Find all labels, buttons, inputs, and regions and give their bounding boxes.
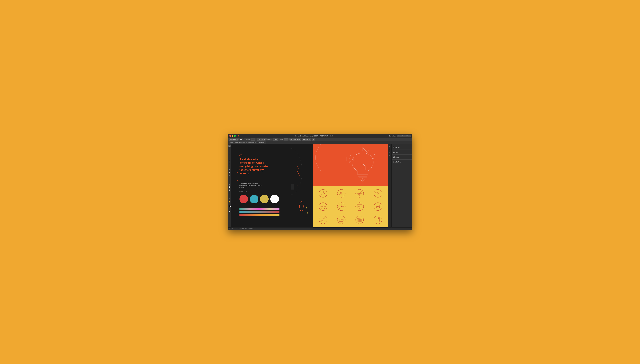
svg-point-11 <box>376 157 376 157</box>
essentials-label[interactable]: Essentials <box>389 135 396 137</box>
svg-line-31 <box>378 194 380 196</box>
svg-line-2 <box>363 148 367 152</box>
circle-teal <box>250 195 258 204</box>
icon-printer <box>333 214 350 226</box>
svg-line-0 <box>359 148 363 152</box>
canvas-area: i A collaborative environment where ever… <box>232 144 388 228</box>
svg-text:回声: 回声 <box>321 220 323 221</box>
svg-point-61 <box>337 216 345 224</box>
main-content: ▶ ◂ ✒ + − T / □ 🖌 ◉ ↻ ⤡ ⌇ ⊞ 📊 ◧ # ✦ ⊕ ✋ … <box>228 144 412 228</box>
zoom-level: 16,67% <box>229 228 233 230</box>
warp-tool[interactable]: ⌇ <box>228 180 231 182</box>
artboard-heading: A collaborative environment where everyt… <box>239 158 269 175</box>
svg-point-19 <box>324 194 325 194</box>
svg-marker-79 <box>359 218 360 219</box>
stroke-swatch[interactable] <box>243 138 244 140</box>
svg-rect-63 <box>340 218 343 219</box>
select-tool[interactable]: ▶ <box>228 145 231 148</box>
panel-content: Properties Layers Libraries LiveSurface <box>392 144 412 228</box>
fill-tool[interactable] <box>229 205 231 207</box>
properties-label: Properties <box>393 146 400 148</box>
search-field[interactable]: Search Adobe Stock <box>397 135 411 137</box>
gradient-tool[interactable]: ◧ <box>228 189 231 192</box>
svg-rect-73 <box>361 219 361 222</box>
fill-swatch[interactable] <box>240 138 242 140</box>
round-cap-option[interactable]: 3 pt. Round <box>257 138 266 140</box>
svg-line-89 <box>378 218 379 220</box>
artboard-body: A collaborative environment where everyt… <box>239 183 263 188</box>
properties-tab[interactable]: Properties <box>392 146 412 148</box>
remove-anchor-tool[interactable]: − <box>228 156 231 159</box>
pen-tool[interactable]: ✒ <box>228 150 231 153</box>
icon-echo: 回声 ECHO <box>314 214 332 226</box>
window-title: Echo1 Brand Sketches.ai @ 16,67% (RGB/GP… <box>240 135 388 137</box>
screen-mode[interactable]: ⬜ <box>228 210 231 212</box>
scale-tool[interactable]: ⤡ <box>228 177 231 180</box>
direct-select-tool[interactable]: ◂ <box>228 148 231 150</box>
style-swatch[interactable] <box>284 138 288 140</box>
arc-left <box>313 144 337 186</box>
color-circles <box>239 195 279 204</box>
panel-icon-1[interactable]: ⊞ <box>389 145 391 148</box>
zoom-tool[interactable]: ⊕ <box>228 198 231 200</box>
preferences-button[interactable]: Preferences <box>302 138 311 140</box>
svg-point-17 <box>323 192 324 192</box>
close-button[interactable] <box>229 135 231 137</box>
right-panel: ⊞ ☰ 📚 ◈ Properties Layers <box>388 144 412 228</box>
svg-text:ECHO: ECHO <box>321 222 323 222</box>
livesurface-tab[interactable]: LiveSurface <box>392 160 412 163</box>
minimize-button[interactable] <box>232 135 233 137</box>
panel-icon-3[interactable]: 📚 <box>389 151 391 154</box>
svg-point-12 <box>373 158 374 158</box>
panel-separator-1 <box>392 150 412 150</box>
svg-text:%/: %/ <box>376 192 378 194</box>
panel-tabs: Properties Layers Libraries LiveSurface <box>392 145 412 164</box>
svg-rect-67 <box>340 219 341 220</box>
svg-line-40 <box>321 205 323 206</box>
libraries-label: Libraries <box>393 156 399 158</box>
type-tool[interactable]: T <box>228 160 231 162</box>
document-tab[interactable]: Echo1 Brand Sketches.ai @ 16,67% (RGB/GP… <box>229 141 266 144</box>
svg-point-10 <box>374 154 375 155</box>
panel-icon-2[interactable]: ☰ <box>389 148 391 150</box>
page-nav[interactable]: |◂ ▸| <box>237 228 239 230</box>
opacity-value[interactable]: 100% <box>273 138 278 140</box>
toggle-direct-selection[interactable]: Toggle Direct Selection <box>240 228 253 230</box>
svg-point-68 <box>342 220 343 220</box>
opacity-label: Opacity: <box>267 139 272 140</box>
paintbrush-tool[interactable]: 🖌 <box>228 168 231 171</box>
hand-tool[interactable]: ✋ <box>228 200 231 203</box>
document-setup-button[interactable]: Document Setup <box>289 138 301 140</box>
svg-marker-81 <box>362 218 362 219</box>
zoom-controls[interactable]: ◂ ▸ <box>234 228 236 230</box>
libraries-tab[interactable]: Libraries <box>392 156 412 158</box>
add-anchor-tool[interactable]: + <box>228 154 231 156</box>
drawing-modes[interactable]: □ <box>228 207 231 210</box>
mesh-tool[interactable]: # <box>228 192 231 194</box>
color-bar-3 <box>239 214 279 216</box>
left-toolbar: ▶ ◂ ✒ + − T / □ 🖌 ◉ ↻ ⤡ ⌇ ⊞ 📊 ◧ # ✦ ⊕ ✋ … <box>228 144 232 228</box>
svg-point-16 <box>321 192 322 193</box>
toolbar-extra[interactable]: ≡ <box>312 138 315 140</box>
panel-icon-4[interactable]: ◈ <box>389 154 391 156</box>
free-transform-tool[interactable]: ⊞ <box>228 183 231 186</box>
eyedropper-tool[interactable]: ✦ <box>228 194 231 197</box>
dot-3 <box>237 180 238 181</box>
rotate-tool[interactable]: ↻ <box>228 174 231 177</box>
stroke-value[interactable]: 1 pt <box>251 138 255 140</box>
icon-pyramid <box>333 187 350 200</box>
graph-tool[interactable]: 📊 <box>228 186 231 188</box>
svg-point-15 <box>319 190 327 198</box>
layers-tab[interactable]: Layers <box>392 151 412 154</box>
svg-marker-78 <box>358 218 359 219</box>
line-tool[interactable]: / <box>228 162 231 165</box>
blob-brush-tool[interactable]: ◉ <box>228 171 231 174</box>
no-selection-field: No Selection <box>229 138 239 140</box>
svg-marker-77 <box>357 218 358 219</box>
svg-rect-74 <box>362 219 362 222</box>
vertical-lines <box>291 184 294 190</box>
shape-tool[interactable]: □ <box>228 165 231 168</box>
icon-wheel <box>314 200 332 213</box>
maximize-button[interactable] <box>234 135 236 137</box>
color-bars <box>239 208 279 216</box>
